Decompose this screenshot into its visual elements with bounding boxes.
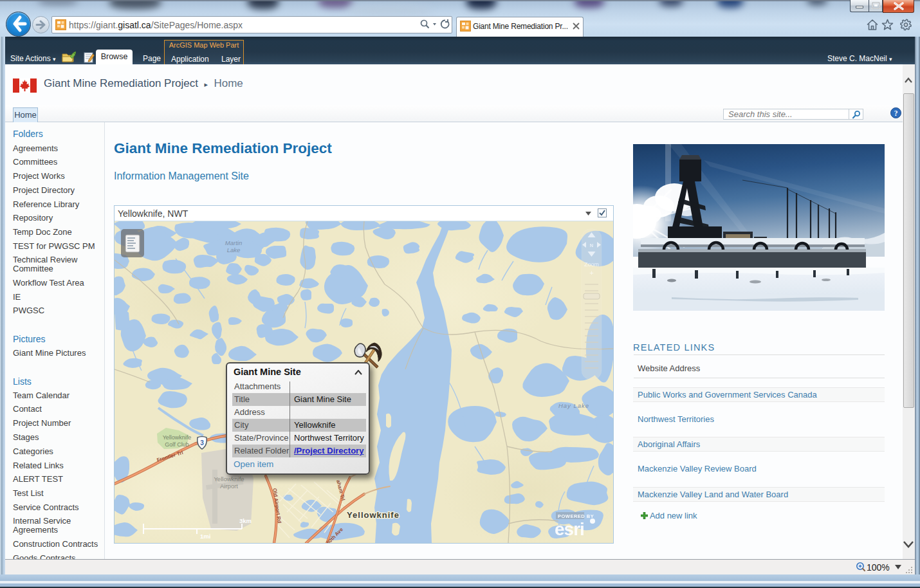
svg-text:N: N xyxy=(590,243,593,248)
svg-text:1mi: 1mi xyxy=(200,533,210,540)
svg-text:3km: 3km xyxy=(239,517,252,524)
svg-text:Yellowknife: Yellowknife xyxy=(347,510,400,520)
svg-text:+: + xyxy=(589,269,593,277)
svg-text:Airport: Airport xyxy=(220,482,238,490)
svg-text:Yellowknife: Yellowknife xyxy=(214,475,244,482)
svg-text:POWERED BY: POWERED BY xyxy=(558,513,594,519)
svg-text:esri: esri xyxy=(555,519,584,539)
svg-text:Lake: Lake xyxy=(227,246,241,253)
svg-text:Zoom: Zoom xyxy=(584,261,599,268)
svg-text:?: ? xyxy=(894,109,898,117)
svg-text:3: 3 xyxy=(200,439,204,446)
svg-text:Martin: Martin xyxy=(225,239,242,246)
svg-text:Golf Club: Golf Club xyxy=(165,441,189,448)
svg-text:Hay Lake: Hay Lake xyxy=(558,402,589,409)
svg-text:Yellowknife: Yellowknife xyxy=(163,434,192,441)
